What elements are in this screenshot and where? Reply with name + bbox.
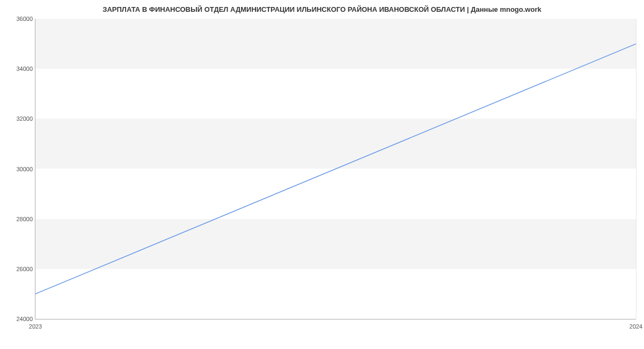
x-tick-label: 2024 <box>630 323 642 330</box>
grid-line-vertical <box>636 19 636 319</box>
line-series-svg <box>35 19 636 319</box>
y-tick-label: 32000 <box>9 115 33 122</box>
y-tick-label: 36000 <box>9 16 33 22</box>
data-line <box>35 44 636 294</box>
y-tick-label: 28000 <box>9 216 33 222</box>
plot-area: 24000 26000 28000 30000 32000 34000 3600… <box>35 19 636 319</box>
chart-title: ЗАРПЛАТА В ФИНАНСОВЫЙ ОТДЕЛ АДМИНИСТРАЦИ… <box>0 5 644 13</box>
y-tick-label: 34000 <box>9 66 33 72</box>
y-tick-label: 24000 <box>9 316 33 322</box>
y-tick-label: 30000 <box>9 166 33 172</box>
x-tick-label: 2023 <box>29 323 42 330</box>
y-tick-label: 26000 <box>9 266 33 272</box>
chart-container: 24000 26000 28000 30000 32000 34000 3600… <box>35 19 636 319</box>
